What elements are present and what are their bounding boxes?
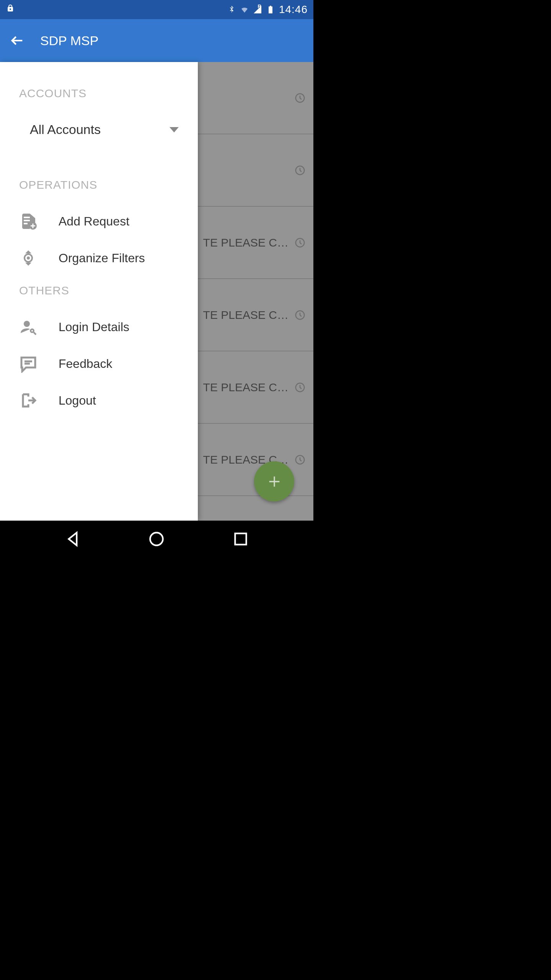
nav-home-button[interactable] bbox=[147, 529, 166, 549]
drawer-item-label: Add Request bbox=[59, 214, 129, 229]
add-request-icon bbox=[19, 212, 37, 230]
svg-point-11 bbox=[150, 532, 163, 545]
drawer-item-label: Login Details bbox=[59, 320, 129, 334]
drawer-item-feedback[interactable]: Feedback bbox=[0, 345, 198, 382]
svg-point-9 bbox=[24, 321, 30, 327]
account-selector[interactable]: All Accounts bbox=[0, 111, 198, 148]
svg-point-8 bbox=[27, 256, 30, 260]
debug-icon bbox=[6, 4, 15, 15]
drawer-item-login-details[interactable]: Login Details bbox=[0, 309, 198, 345]
status-time: 14:46 bbox=[279, 3, 308, 16]
account-selected-label: All Accounts bbox=[30, 122, 170, 137]
bluetooth-icon bbox=[227, 5, 236, 14]
login-details-icon bbox=[19, 318, 37, 336]
drawer-item-label: Organize Filters bbox=[59, 251, 145, 265]
app-header: SDP MSP bbox=[0, 19, 313, 62]
svg-rect-12 bbox=[235, 533, 246, 544]
fab-add-button[interactable] bbox=[254, 461, 294, 501]
back-arrow-icon[interactable] bbox=[10, 33, 25, 48]
content-area: TE PLEASE C… TE PLEASE C… TE PLEASE C… T… bbox=[0, 62, 313, 521]
wifi-icon bbox=[240, 5, 249, 14]
nav-back-button[interactable] bbox=[63, 529, 82, 549]
network-indicator: R bbox=[258, 3, 261, 9]
svg-point-10 bbox=[31, 329, 34, 332]
others-section-header: OTHERS bbox=[0, 276, 198, 309]
app-title: SDP MSP bbox=[40, 33, 98, 48]
operations-section-header: OPERATIONS bbox=[0, 178, 198, 203]
nav-recent-button[interactable] bbox=[231, 529, 250, 549]
drawer-item-label: Logout bbox=[59, 394, 96, 408]
battery-charging-icon bbox=[266, 5, 275, 14]
feedback-icon bbox=[19, 354, 37, 373]
drawer-item-add-request[interactable]: Add Request bbox=[0, 203, 198, 240]
drawer-item-logout[interactable]: Logout bbox=[0, 382, 198, 419]
signal-icon: R bbox=[253, 5, 262, 14]
drawer-scrim[interactable] bbox=[198, 62, 313, 521]
navigation-drawer: ACCOUNTS All Accounts OPERATIONS Add Req… bbox=[0, 62, 198, 521]
accounts-section-header: ACCOUNTS bbox=[0, 87, 198, 111]
drawer-item-organize-filters[interactable]: Organize Filters bbox=[0, 240, 198, 276]
organize-filters-icon bbox=[19, 249, 37, 267]
plus-icon bbox=[267, 474, 282, 489]
chevron-down-icon bbox=[170, 127, 179, 132]
status-bar: R 14:46 bbox=[0, 0, 313, 19]
android-nav-bar bbox=[0, 521, 313, 557]
logout-icon bbox=[19, 391, 37, 410]
drawer-item-label: Feedback bbox=[59, 357, 112, 371]
